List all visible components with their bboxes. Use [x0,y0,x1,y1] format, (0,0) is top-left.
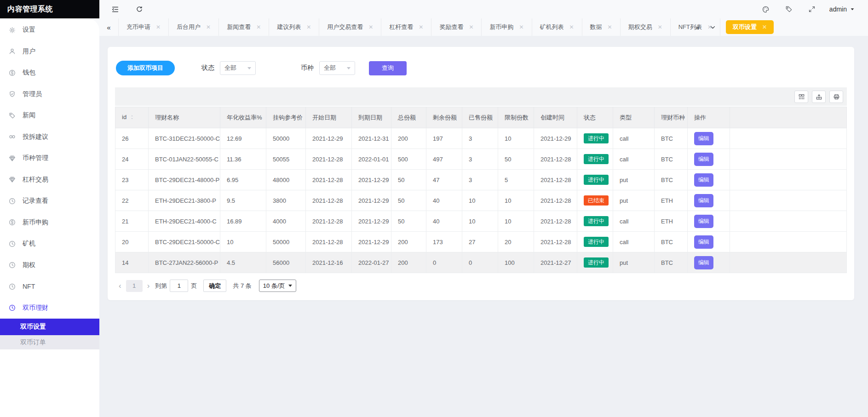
refresh-icon[interactable] [136,6,143,13]
chevron-down-icon [247,67,251,69]
palette-icon[interactable] [762,6,770,13]
sidebar-item-options[interactable]: 期权 [0,255,99,276]
tab-双币设置[interactable]: 双币设置✕ [726,20,774,34]
close-tab-icon[interactable]: ✕ [256,24,261,30]
edit-button[interactable]: 编辑 [694,153,713,166]
next-page-icon[interactable]: › [144,282,153,290]
cell-actions: 编辑 [688,252,730,273]
page-number-button[interactable]: 1 [126,280,143,292]
edit-button[interactable]: 编辑 [694,215,713,228]
sidebar-subitem-dual-settings[interactable]: 双币设置 [0,319,99,335]
sidebar-subitem-dual-orders[interactable]: 双币订单 [0,335,99,349]
sidebar-item-nft[interactable]: NFT [0,276,99,297]
coin-filter-label: 币种 [301,64,314,72]
sidebar-item-admins[interactable]: 管理员 [0,84,99,105]
close-tab-icon[interactable]: ✕ [469,24,473,30]
sidebar-item-label: 投拆建议 [23,133,48,141]
sidebar-item-settings[interactable]: 设置 [0,19,99,41]
cell-status: 进行中 [577,128,613,149]
edit-button[interactable]: 编辑 [694,173,713,187]
status-select[interactable]: 全部 [220,61,256,75]
sidebar-item-leverage[interactable]: 杠杆交易 [0,169,99,191]
tab-充币申请[interactable]: 充币申请✕ [119,18,169,36]
tab-label: 新币申购 [489,23,513,31]
tab-奖励查看[interactable]: 奖励查看✕ [431,18,482,36]
sidebar-item-coins[interactable]: 币种管理 [0,148,99,169]
tabs-scroll-left-icon[interactable]: « [99,18,119,36]
add-dual-project-button[interactable]: 添加双币项目 [116,61,175,75]
cell-start: 2021-12-16 [306,252,352,273]
print-icon[interactable] [829,91,843,103]
sidebar-item-users[interactable]: 用户 [0,41,99,63]
edit-button[interactable]: 编辑 [694,194,713,207]
tab-数据[interactable]: 数据✕ [582,18,621,36]
cell-remaining: 197 [426,128,462,149]
sidebar-item-news[interactable]: 新闻 [0,105,99,126]
cell-actions: 编辑 [688,232,730,252]
export-icon[interactable] [812,91,826,103]
tab-新闻查看[interactable]: 新闻查看✕ [219,18,269,36]
close-tab-icon[interactable]: ✕ [569,24,574,30]
clock-icon [9,240,16,247]
tab-用户交易查看[interactable]: 用户交易查看✕ [319,18,381,36]
close-tab-icon[interactable]: ✕ [762,24,767,30]
cell-rate: 9.5 [220,190,266,211]
search-button[interactable]: 查询 [369,61,407,75]
tag-icon[interactable] [785,6,793,13]
prev-page-icon[interactable]: ‹ [116,282,124,290]
close-tab-icon[interactable]: ✕ [206,24,211,30]
fullscreen-icon[interactable] [808,6,816,13]
edit-button[interactable]: 编辑 [694,132,713,145]
collapse-menu-icon[interactable] [111,6,119,13]
cell-created: 2021-12-27 [534,252,577,273]
tabs-scroll-right-icon[interactable]: » [696,23,699,31]
close-tab-icon[interactable]: ✕ [306,24,311,30]
column-header-状态: 状态 [577,107,613,128]
tab-矿机列表[interactable]: 矿机列表✕ [532,18,582,36]
cell-ref_price: 4000 [266,211,306,232]
cell-created: 2021-12-28 [534,190,577,211]
cell-end: 2021-12-31 [352,128,391,149]
cell-rate: 6.95 [220,170,266,190]
cell-rate: 12.69 [220,128,266,149]
sidebar-item-miner[interactable]: 矿机 [0,233,99,255]
close-tab-icon[interactable]: ✕ [368,24,373,30]
sidebar-item-new-coin[interactable]: 新币申购 [0,212,99,234]
edit-button[interactable]: 编辑 [694,256,713,269]
brand: 内容管理系统 [0,0,99,18]
edit-button[interactable]: 编辑 [694,235,713,249]
columns-icon[interactable] [794,91,808,103]
user-menu[interactable]: admin [829,6,855,13]
close-tab-icon[interactable]: ✕ [419,24,423,30]
close-tab-icon[interactable]: ✕ [658,24,662,30]
column-header-id[interactable]: id [115,107,149,128]
tab-新币申购[interactable]: 新币申购✕ [482,18,532,36]
table-header-row: id理财名称年化收益率%挂钩参考价开始日期到期日期总份额剩余份额已售份额限制份数… [115,107,847,128]
sidebar-item-wallet[interactable]: 钱包 [0,62,99,84]
close-tab-icon[interactable]: ✕ [608,24,612,30]
tabs-more-icon[interactable] [709,24,716,31]
cell-ref_price: 3800 [266,190,306,211]
tab-list: 充币申请✕后台用户✕新闻查看✕建议列表✕用户交易查看✕杠杆查看✕奖励查看✕新币申… [119,18,779,36]
sidebar-item-dual-invest[interactable]: 双币理财 [0,297,99,319]
gem-icon [9,155,16,162]
cell-sold: 27 [462,232,498,252]
page-size-select[interactable]: 10 条/页 [259,280,296,292]
tab-后台用户[interactable]: 后台用户✕ [169,18,219,36]
sidebar-item-records[interactable]: 记录查看 [0,190,99,212]
close-tab-icon[interactable]: ✕ [156,24,161,30]
cell-actions: 编辑 [688,170,730,190]
goto-confirm-button[interactable]: 确定 [203,280,226,292]
coin-select[interactable]: 全部 [319,61,355,75]
sidebar-item-feedback[interactable]: 投拆建议 [0,126,99,148]
status-select-value: 全部 [224,64,236,72]
close-tab-icon[interactable]: ✕ [519,24,523,30]
cell-filler [730,128,847,149]
cell-created: 2021-12-29 [534,128,577,149]
column-header-挂钩参考价: 挂钩参考价 [266,107,306,128]
tab-杠杆查看[interactable]: 杠杆查看✕ [381,18,431,36]
sort-icon[interactable] [129,114,135,122]
tab-建议列表[interactable]: 建议列表✕ [269,18,319,36]
goto-page-input[interactable] [170,280,188,292]
tab-期权交易[interactable]: 期权交易✕ [621,18,671,36]
